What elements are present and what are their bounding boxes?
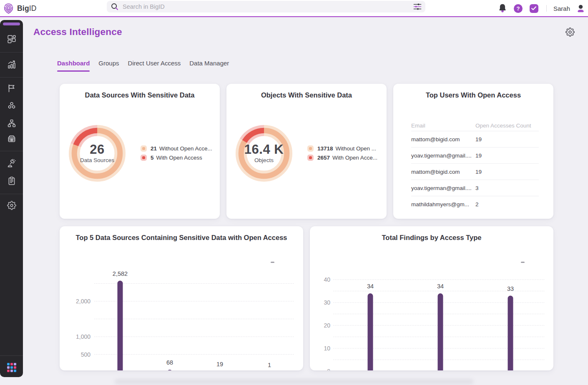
legend-label: 21Without Open Acce... <box>151 145 212 152</box>
bigid-fingerprint-icon <box>3 3 14 14</box>
y-axis-tick-label: 1,000 <box>76 333 90 340</box>
sidebar-separator <box>0 194 23 194</box>
page-settings-gear-icon[interactable] <box>565 28 575 37</box>
filter-sliders-icon[interactable] <box>413 3 422 10</box>
table-row[interactable]: mathildahmyers@gm...2 <box>411 196 539 212</box>
bar[interactable] <box>508 296 513 371</box>
cell-email: yoav.tigerman@gmail.... <box>411 185 475 191</box>
cell-count: 19 <box>475 169 539 175</box>
table-row[interactable]: mattom@bigid.com19 <box>411 131 539 148</box>
topbar-divider <box>546 5 547 12</box>
card-title: Top Users With Open Access <box>393 91 553 99</box>
card-top-users: Top Users With Open Access Email Open Ac… <box>393 84 553 219</box>
bar[interactable] <box>438 293 443 370</box>
sidebar-item-catalog[interactable] <box>0 134 23 143</box>
table-row[interactable]: mattom@bigid.com19 <box>411 164 539 180</box>
donut-center-text: 26 Data Sources <box>66 122 128 185</box>
card-total-findings: Total Findings by Access Type 0102030403… <box>310 226 553 370</box>
horizontal-scrollbar-shadow[interactable] <box>115 379 473 384</box>
sidebar-item-policies[interactable] <box>0 84 23 93</box>
check-icon <box>531 6 536 10</box>
sidebar-item-hierarchy[interactable] <box>0 119 23 128</box>
sidebar-item-reports[interactable] <box>0 60 23 69</box>
cell-count: 19 <box>475 136 539 142</box>
topbar: BigID ? Sarah <box>0 0 588 16</box>
card-data-sources: Data Sources With Sensitive Data 26 Data… <box>60 84 220 219</box>
notifications-button[interactable] <box>498 3 507 13</box>
help-button[interactable]: ? <box>514 4 523 13</box>
donut-legend: 13718Without Open ...2657With Open Acce.… <box>307 145 377 164</box>
sidebar-item-settings[interactable] <box>0 201 23 210</box>
sidebar-item-apps[interactable] <box>0 362 23 373</box>
bar[interactable] <box>368 293 373 370</box>
cell-email: yoav.tigerman@gmail.... <box>411 152 475 159</box>
bar-value-label: 2,582 <box>113 270 128 277</box>
bar-value-label: 19 <box>216 361 223 368</box>
donut-label: Objects <box>254 158 274 164</box>
bar-value-label: 34 <box>437 283 444 290</box>
column-header-email: Email <box>411 122 475 129</box>
legend-item[interactable]: 5With Open Access <box>141 155 212 161</box>
tab-groups[interactable]: Groups <box>98 60 119 72</box>
donut-legend: 21Without Open Acce...5With Open Access <box>141 145 212 164</box>
cell-count: 3 <box>475 185 539 191</box>
dashboard-icon <box>7 35 16 44</box>
sidebar-separator <box>0 77 23 78</box>
tab-bar: DashboardGroupsDirect User AccessData Ma… <box>57 60 238 72</box>
cell-email: mattom@bigid.com <box>411 136 475 142</box>
bar-value-label: 34 <box>367 283 374 290</box>
legend-swatch <box>141 155 147 161</box>
tasks-button[interactable] <box>530 4 538 13</box>
gavel-icon <box>7 159 16 168</box>
cell-count: 2 <box>475 201 539 208</box>
donut-label: Data Sources <box>80 158 114 164</box>
legend-item[interactable]: 13718Without Open ... <box>307 145 377 152</box>
sidebar-item-classification[interactable] <box>0 101 23 110</box>
bigid-logo-text: BigID <box>17 4 37 13</box>
user-avatar-button[interactable] <box>576 4 585 13</box>
hierarchy-icon <box>7 119 16 128</box>
bar-value-label: 1 <box>268 362 271 368</box>
legend-item[interactable]: 2657With Open Acce... <box>307 155 377 161</box>
search-input[interactable] <box>123 3 413 10</box>
y-axis-tick-label: 10 <box>324 345 330 352</box>
card-title: Data Sources With Sensitive Data <box>60 91 220 99</box>
legend-item[interactable]: 21Without Open Acce... <box>141 145 212 152</box>
y-axis-tick-label: 30 <box>324 299 330 306</box>
card-top5-data-sources: Top 5 Data Sources Containing Sensitive … <box>60 226 303 370</box>
legend-swatch <box>307 145 314 152</box>
table-row[interactable]: yoav.tigerman@gmail....19 <box>411 148 539 164</box>
sidebar-item-risk[interactable] <box>0 159 23 168</box>
y-axis-tick-label: 500 <box>81 351 91 358</box>
cell-email: mathildahmyers@gm... <box>411 201 475 208</box>
bigid-logo[interactable]: BigID <box>3 1 37 15</box>
legend-label: 13718Without Open ... <box>317 145 376 152</box>
classification-icon <box>7 101 16 110</box>
table-row[interactable]: yoav.tigerman@gmail....3 <box>411 180 539 196</box>
findings-bar-chart[interactable]: 010203040343433 <box>310 226 553 370</box>
bar[interactable] <box>118 281 123 370</box>
tab-direct-user-access[interactable]: Direct User Access <box>128 60 181 72</box>
table-header-row: Email Open Accesses Count <box>411 120 539 131</box>
top5-bar-chart[interactable]: 5001,0002,0002,58268191 <box>60 226 303 370</box>
y-axis-tick-label: 2,000 <box>76 298 90 305</box>
analytics-icon <box>7 60 16 69</box>
question-mark-icon: ? <box>516 5 520 12</box>
donut-value: 26 <box>90 143 104 156</box>
sidebar-separator <box>0 52 23 52</box>
tab-data-manager[interactable]: Data Manager <box>189 60 229 72</box>
global-search[interactable] <box>107 1 425 12</box>
tab-dashboard[interactable]: Dashboard <box>57 60 90 72</box>
topbar-accent-line <box>0 16 588 17</box>
flag-icon <box>7 84 16 93</box>
sidebar <box>0 20 23 377</box>
sidebar-item-reports-templates[interactable] <box>0 176 23 185</box>
bar[interactable] <box>167 370 173 370</box>
card-objects: Objects With Sensitive Data 16.4 K Objec… <box>226 84 387 219</box>
sidebar-item-dashboard[interactable] <box>0 35 23 44</box>
y-axis-tick-label: 0 <box>327 368 330 370</box>
avatar-icon <box>576 4 585 13</box>
top-users-table: Email Open Accesses Count mattom@bigid.c… <box>411 120 539 212</box>
search-icon <box>111 2 119 11</box>
bar-value-label: 33 <box>507 285 514 292</box>
